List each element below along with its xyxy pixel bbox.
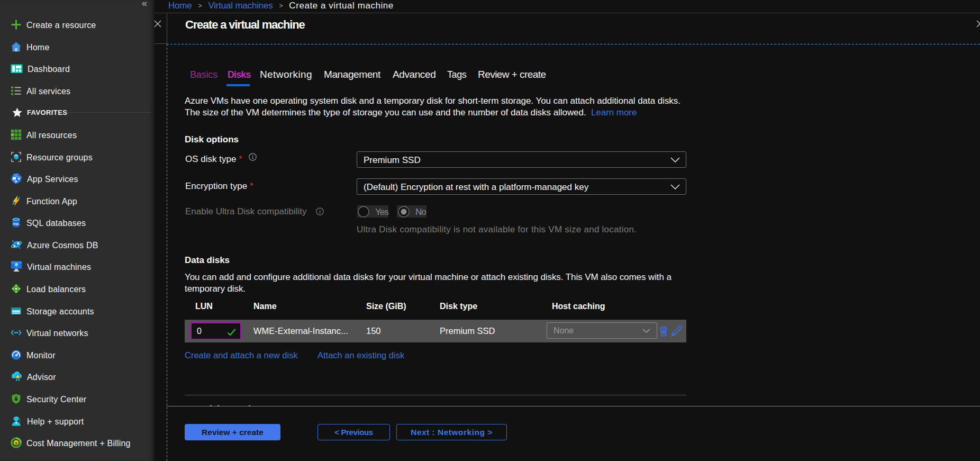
svg-text:s: s (15, 440, 17, 445)
svg-text:SQL: SQL (13, 222, 20, 225)
